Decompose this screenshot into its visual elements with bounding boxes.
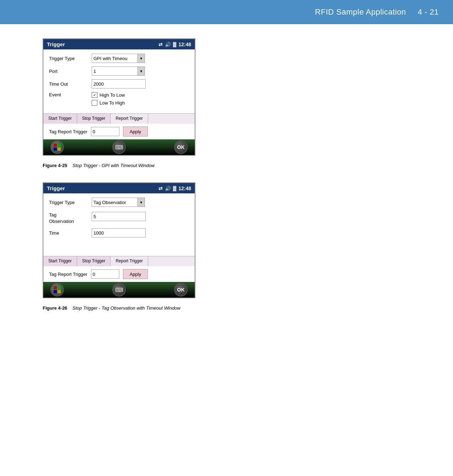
header-title-text: RFID Sample Application <box>315 7 406 16</box>
time-row: Time <box>49 228 189 237</box>
windows-button-2[interactable] <box>50 283 64 296</box>
figure1-title: Trigger <box>47 41 65 47</box>
tab-stop-trigger-2[interactable]: Stop Trigger <box>77 256 110 266</box>
time-display: 12:48 <box>178 42 191 47</box>
figure2-device-screen: Trigger ⇄ 🔊 ▓ 12:48 Trigger Type ▼ TagOb… <box>43 182 195 298</box>
tab-report-trigger-1[interactable]: Report Trigger <box>110 114 148 124</box>
trigger-type-input-group: ▼ <box>92 54 145 63</box>
figure2-titlebar: Trigger ⇄ 🔊 ▓ 12:48 <box>43 183 195 193</box>
figure1-device-screen: Trigger ⇄ 🔊 ▓ 12:48 Trigger Type ▼ Port <box>43 38 195 156</box>
figure2-titlebar-icons: ⇄ 🔊 ▓ 12:48 <box>158 186 191 191</box>
arrows-icon-2: ⇄ <box>158 186 163 191</box>
figure2-form: Trigger Type ▼ TagObservation Time <box>43 193 195 256</box>
trigger-type-dropdown-arrow[interactable]: ▼ <box>138 54 145 63</box>
speaker-icon: 🔊 <box>165 42 171 47</box>
port-label: Port <box>49 69 92 74</box>
trigger-type-row-2: Trigger Type ▼ <box>49 198 189 207</box>
header-title: RFID Sample Application 4 - 21 <box>315 7 439 17</box>
figure1-tabs: Start Trigger Stop Trigger Report Trigge… <box>43 113 195 124</box>
high-to-low-checkbox[interactable]: ✓ <box>92 92 97 98</box>
figure2-bottom-form: Tag Report Trigger Apply <box>43 266 195 282</box>
ok-button-2[interactable]: OK <box>174 283 188 296</box>
tag-report-trigger-input-2[interactable] <box>91 269 119 279</box>
tag-report-trigger-label-1: Tag Report Trigger <box>49 129 87 134</box>
arrows-icon: ⇄ <box>158 42 163 47</box>
timeout-label: Time Out <box>49 81 92 87</box>
figure1-caption-text: Stop Trigger - GPI with Timeout Window <box>72 163 155 168</box>
apply-button-1[interactable]: Apply <box>123 127 148 137</box>
figure2-sysbar: ⌨ OK <box>43 282 195 298</box>
figure2-caption-text: Stop Trigger - Tag Observation with Time… <box>72 305 180 311</box>
tag-obs-input[interactable] <box>92 212 146 221</box>
low-to-high-checkbox[interactable] <box>92 100 97 106</box>
trigger-type-input[interactable] <box>92 54 138 63</box>
windows-icon-2 <box>54 286 61 293</box>
spacer <box>49 241 189 252</box>
low-to-high-row: Low To High <box>92 100 125 106</box>
port-input[interactable] <box>92 66 138 76</box>
trigger-type-input-group-2: ▼ <box>92 198 145 207</box>
high-to-low-row: ✓ High To Low <box>92 92 125 98</box>
windows-button-1[interactable] <box>50 140 64 154</box>
figure2-caption: Figure 4-26 Stop Trigger - Tag Observati… <box>43 305 432 311</box>
figure1-bottom-form: Tag Report Trigger Apply <box>43 124 195 139</box>
time-input[interactable] <box>92 228 146 237</box>
tag-obs-label: TagObservation <box>49 210 92 225</box>
trigger-type-row: Trigger Type ▼ <box>49 54 189 63</box>
keyboard-button-2[interactable]: ⌨ <box>112 283 126 296</box>
windows-icon-1 <box>54 144 61 151</box>
header-page-number: 4 - 21 <box>418 7 439 16</box>
port-input-group: ▼ <box>92 66 145 76</box>
figure1-sysbar: ⌨ OK <box>43 139 195 155</box>
timeout-row: Time Out <box>49 79 189 89</box>
low-to-high-label: Low To High <box>99 100 125 106</box>
figure1-titlebar: Trigger ⇄ 🔊 ▓ 12:48 <box>43 39 195 49</box>
ok-icon-2: OK <box>177 287 185 293</box>
tag-report-trigger-input-1[interactable] <box>91 127 119 136</box>
figure1-caption-num: Figure 4-25 <box>43 163 67 168</box>
tag-report-trigger-label-2: Tag Report Trigger <box>49 272 87 277</box>
event-label: Event <box>49 92 92 97</box>
figure1-titlebar-icons: ⇄ 🔊 ▓ 12:48 <box>158 42 191 47</box>
timeout-input[interactable] <box>92 79 146 89</box>
event-checkbox-group: ✓ High To Low Low To High <box>92 92 125 106</box>
speaker-icon-2: 🔊 <box>165 186 171 191</box>
time-label: Time <box>49 230 92 236</box>
figure1-caption: Figure 4-25 Stop Trigger - GPI with Time… <box>43 163 432 168</box>
trigger-type-input-2[interactable] <box>92 198 138 207</box>
tab-start-trigger-1[interactable]: Start Trigger <box>43 114 77 124</box>
figure2-tabs: Start Trigger Stop Trigger Report Trigge… <box>43 256 195 266</box>
figure2-caption-num: Figure 4-26 <box>43 305 67 311</box>
keyboard-icon-1: ⌨ <box>115 144 123 151</box>
header-bar: RFID Sample Application 4 - 21 <box>0 0 453 24</box>
main-content: Trigger ⇄ 🔊 ▓ 12:48 Trigger Type ▼ Port <box>0 24 453 339</box>
figure1-form: Trigger Type ▼ Port ▼ Time Out <box>43 49 195 113</box>
trigger-type-label: Trigger Type <box>49 56 92 61</box>
port-dropdown-arrow[interactable]: ▼ <box>138 66 145 76</box>
tag-obs-row: TagObservation <box>49 210 189 225</box>
keyboard-button-1[interactable]: ⌨ <box>112 140 126 154</box>
figure2-title: Trigger <box>47 185 65 191</box>
keyboard-icon-2: ⌨ <box>115 287 123 293</box>
apply-button-2[interactable]: Apply <box>123 269 148 279</box>
tab-start-trigger-2[interactable]: Start Trigger <box>43 256 77 266</box>
battery-icon: ▓ <box>173 42 176 47</box>
tab-stop-trigger-1[interactable]: Stop Trigger <box>77 114 110 124</box>
event-row: Event ✓ High To Low Low To High <box>49 92 189 106</box>
port-row: Port ▼ <box>49 66 189 76</box>
ok-icon-1: OK <box>177 144 185 150</box>
trigger-type-dropdown-arrow-2[interactable]: ▼ <box>138 198 145 207</box>
ok-button-1[interactable]: OK <box>174 140 188 154</box>
tab-report-trigger-2[interactable]: Report Trigger <box>110 256 148 266</box>
time-display-2: 12:48 <box>178 186 191 191</box>
trigger-type-label-2: Trigger Type <box>49 200 92 205</box>
battery-icon-2: ▓ <box>173 186 176 191</box>
high-to-low-label: High To Low <box>99 92 125 98</box>
